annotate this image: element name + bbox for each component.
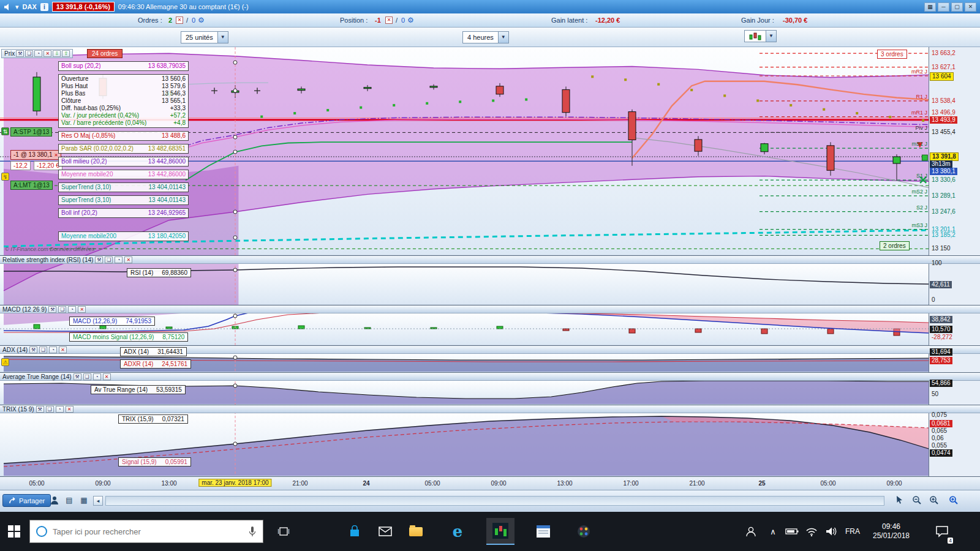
- time-axis-label: 09:00: [886, 480, 902, 487]
- orders-bottom-badge[interactable]: 2 ordres: [880, 241, 910, 250]
- new-window-icon[interactable]: ❏: [39, 347, 47, 353]
- orders-settings-gear-icon[interactable]: ⚙: [198, 13, 205, 27]
- keyboard-language[interactable]: FRA: [842, 512, 864, 551]
- alert-bell-icon[interactable]: ◔: [56, 406, 64, 413]
- microphone-icon[interactable]: [248, 526, 257, 538]
- pivot-level-label: mS3 J: [904, 222, 927, 228]
- indicator-legend-box: SuperTrend (3,10)13 404,01143: [58, 195, 189, 205]
- new-window-icon[interactable]: ❏: [105, 257, 113, 263]
- scroll-left-button[interactable]: ◂: [93, 496, 103, 506]
- close-icon[interactable]: ✕: [43, 50, 51, 57]
- taskbar-app-store[interactable]: [341, 518, 369, 545]
- taskbar-app-window[interactable]: [529, 518, 557, 545]
- maximize-button[interactable]: ▢: [951, 2, 963, 12]
- new-window-icon[interactable]: ❏: [58, 306, 66, 313]
- battery-icon[interactable]: [783, 512, 801, 551]
- taskbar-app-trading-active[interactable]: [486, 518, 514, 545]
- search-input[interactable]: [53, 527, 243, 536]
- stop-order-badge[interactable]: A:STP 1@13: [10, 127, 52, 137]
- close-position-icon[interactable]: ✕: [54, 152, 58, 158]
- close-button[interactable]: ✕: [965, 2, 976, 12]
- close-icon[interactable]: ✕: [59, 347, 67, 353]
- minimize-button[interactable]: ─: [938, 2, 949, 12]
- alert-bell-icon[interactable]: ◔: [68, 306, 76, 313]
- order-arrows-icon[interactable]: ⇅: [1, 127, 9, 135]
- settings-wrench-icon[interactable]: ⚒: [48, 306, 56, 313]
- close-icon[interactable]: ✕: [66, 406, 74, 413]
- legend-row: Var. / jour précédent (0,42%)+57,2: [61, 112, 186, 119]
- people-icon[interactable]: [740, 512, 762, 551]
- network-wifi-icon[interactable]: [802, 512, 821, 551]
- task-view-button[interactable]: [270, 518, 298, 545]
- share-button[interactable]: Partager: [2, 494, 51, 507]
- chevron-down-icon: ▼: [766, 31, 776, 42]
- taskbar-search[interactable]: [29, 520, 263, 543]
- table-grid-icon[interactable]: ▦: [78, 495, 89, 506]
- close-icon[interactable]: ✕: [124, 257, 132, 263]
- price-axis-label: 13 663,2: [930, 50, 957, 57]
- alert-bell-icon[interactable]: ◔: [115, 257, 123, 263]
- store-icon: [349, 525, 361, 538]
- info-icon[interactable]: i: [40, 3, 48, 11]
- notes-list-icon[interactable]: ▤: [64, 495, 75, 506]
- new-window-icon[interactable]: ❏: [25, 50, 33, 57]
- volume-icon[interactable]: [822, 512, 840, 551]
- position-badge[interactable]: -1 @ 13 380,1 ✕: [10, 150, 61, 160]
- position-settings-gear-icon[interactable]: ⚙: [407, 13, 414, 27]
- alert-bell-icon[interactable]: ◔: [34, 50, 42, 57]
- legend-row: Boll milieu (20,2)13 442,86000: [61, 158, 186, 165]
- arrow-up-icon[interactable]: ⇧: [62, 50, 70, 57]
- zoom-selection-icon[interactable]: [948, 495, 959, 506]
- units-dropdown[interactable]: 25 unités ▼: [181, 31, 228, 43]
- close-all-positions-icon[interactable]: ✕: [385, 17, 393, 24]
- new-window-icon[interactable]: ❏: [83, 373, 91, 380]
- orders-top-badge[interactable]: 3 ordres: [877, 50, 907, 59]
- taskbar-clock[interactable]: 09:46 25/01/2018: [865, 512, 918, 551]
- settings-wrench-icon[interactable]: ⚒: [29, 347, 37, 353]
- action-center-button[interactable]: 4: [929, 512, 956, 551]
- zoom-in-icon[interactable]: [929, 495, 940, 506]
- horizontal-scrollbar[interactable]: [105, 496, 884, 506]
- alert-bell-icon[interactable]: ◔: [49, 347, 57, 353]
- chart-bottom-toolbar: Partager ▤ ▦ ◂: [0, 490, 980, 512]
- chevron-down-icon[interactable]: ▾: [15, 3, 19, 11]
- price-axis-label: 13 330,6: [930, 176, 957, 184]
- taskbar-app-explorer[interactable]: [402, 518, 430, 545]
- instrument-name: DAX: [23, 3, 37, 10]
- chart-style-button[interactable]: ▼: [744, 30, 777, 42]
- indicator-legend-box: Moyenne mobile2013 442,86000: [58, 170, 189, 179]
- start-button[interactable]: [0, 518, 28, 545]
- panel-header: MACD (12 26 9)⚒❏◔✕: [0, 305, 980, 313]
- legend-row: Parab SAR (0.02,0.02,0.2)13 482,68351: [61, 145, 186, 152]
- orders-count-badge[interactable]: 24 ordres: [87, 49, 123, 58]
- taskbar-app-palette[interactable]: [570, 518, 598, 545]
- indicator-value-label: ADX (14)31,64431: [120, 347, 187, 356]
- cancel-all-orders-icon[interactable]: ✕: [176, 17, 183, 24]
- timeframe-dropdown[interactable]: 4 heures ▼: [462, 31, 509, 43]
- profile-icon[interactable]: [49, 495, 60, 506]
- indicator-axis-label: 28,753: [930, 357, 952, 364]
- alert-flash-icon[interactable]: ↯: [1, 173, 9, 181]
- zoom-out-icon[interactable]: [911, 495, 922, 506]
- taskbar-app-edge[interactable]: e: [443, 518, 472, 545]
- new-window-icon[interactable]: ❏: [46, 406, 54, 413]
- settings-wrench-icon[interactable]: ⚒: [16, 50, 24, 57]
- panel-title: ADX (14): [2, 347, 28, 353]
- limit-order-badge[interactable]: A:LMT 1@13: [10, 181, 53, 190]
- indicator-axis-label: 0,055: [930, 442, 949, 449]
- close-icon[interactable]: ✕: [103, 373, 111, 380]
- alert-bell-icon[interactable]: ◔: [93, 373, 101, 380]
- cursor-pointer-icon[interactable]: [894, 495, 905, 506]
- close-icon[interactable]: ✕: [78, 306, 86, 313]
- window-app-icon: [536, 525, 551, 538]
- position-badge-label: -1 @ 13 380,1: [13, 151, 53, 158]
- time-axis-label: 05:00: [424, 480, 440, 487]
- taskbar-app-mail[interactable]: [371, 518, 399, 545]
- settings-wrench-icon[interactable]: ⚒: [36, 406, 44, 413]
- time-axis-label: 21:00: [689, 480, 704, 487]
- settings-wrench-icon[interactable]: ⚒: [95, 257, 103, 263]
- layout-grid-icon[interactable]: ▦: [924, 2, 936, 12]
- settings-wrench-icon[interactable]: ⚒: [74, 373, 81, 380]
- arrow-down-icon[interactable]: ⇩: [53, 50, 61, 57]
- tray-chevron-up-icon[interactable]: ∧: [764, 512, 782, 551]
